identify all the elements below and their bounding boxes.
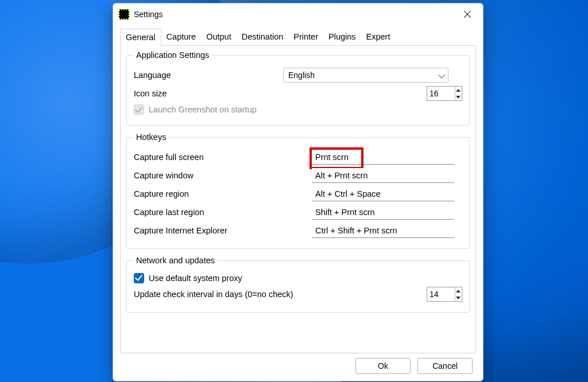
button-label: Ok [378, 361, 388, 371]
group-legend: Hotkeys [134, 132, 168, 142]
group-network-updates: Network and updates Use default system p… [126, 256, 470, 313]
dialog-footer: Ok Cancel [120, 353, 476, 375]
tab-expert[interactable]: Expert [361, 29, 396, 46]
hotkey-label: Capture full screen [134, 153, 312, 162]
group-legend: Application Settings [134, 50, 211, 60]
tab-general[interactable]: General [120, 29, 161, 46]
launch-on-startup-checkbox [134, 104, 144, 115]
chevron-down-icon [456, 96, 461, 99]
row-hotkey-fullscreen: Capture full screen [134, 150, 462, 165]
hotkey-label: Capture Internet Explorer [134, 226, 312, 235]
row-hotkey-last-region: Capture last region [134, 205, 462, 220]
chevron-down-icon [456, 297, 461, 299]
hotkey-window-input[interactable] [312, 168, 454, 183]
icon-size-input[interactable] [427, 87, 455, 100]
tab-panel-general: Application Settings Language English Ic… [120, 45, 476, 353]
spin-buttons [455, 87, 462, 100]
launch-on-startup-label: Launch Greenshot on startup [149, 105, 257, 114]
row-hotkey-ie: Capture Internet Explorer [134, 223, 462, 238]
hotkey-fullscreen-input[interactable] [312, 150, 454, 165]
titlebar: Settings [113, 3, 483, 25]
spin-down-button[interactable] [455, 294, 462, 301]
spin-down-button[interactable] [455, 93, 462, 100]
settings-window: Settings General Capture Output Destinat… [113, 3, 483, 381]
hotkey-label: Capture last region [134, 208, 312, 217]
tab-printer[interactable]: Printer [288, 29, 323, 46]
client-area: General Capture Output Destination Print… [113, 25, 483, 381]
row-hotkey-region: Capture region [134, 186, 462, 201]
tab-output[interactable]: Output [201, 29, 237, 46]
hotkey-highlight [312, 150, 454, 165]
chevron-up-icon [456, 290, 461, 293]
hotkey-label: Capture region [134, 189, 312, 198]
hotkey-region-input[interactable] [312, 186, 454, 201]
chevron-up-icon [456, 89, 461, 92]
tab-destination[interactable]: Destination [237, 29, 289, 46]
row-default-proxy: Use default system proxy [134, 273, 462, 283]
default-proxy-label: Use default system proxy [149, 274, 242, 283]
tab-label: Expert [366, 32, 390, 41]
button-label: Cancel [432, 361, 458, 371]
group-hotkeys: Hotkeys Capture full screen Capture wind… [126, 132, 470, 249]
language-value: English [288, 71, 315, 80]
language-dropdown[interactable]: English [283, 68, 448, 83]
row-launch-on-startup: Launch Greenshot on startup [134, 104, 462, 115]
tab-label: Destination [242, 32, 284, 41]
window-title: Settings [134, 10, 454, 19]
tab-capture[interactable]: Capture [161, 29, 202, 46]
row-icon-size: Icon size [134, 86, 462, 101]
hotkey-ie-input[interactable] [312, 223, 454, 238]
hotkey-label: Capture window [134, 171, 312, 180]
hotkey-last-region-input[interactable] [312, 205, 454, 220]
tab-plugins[interactable]: Plugins [323, 29, 361, 46]
tab-label: Output [206, 32, 231, 41]
group-application-settings: Application Settings Language English Ic… [126, 50, 470, 126]
tab-label: General [126, 33, 156, 42]
spin-buttons [455, 287, 462, 301]
default-proxy-checkbox[interactable] [134, 273, 144, 283]
language-label: Language [134, 71, 283, 80]
icon-size-spinner[interactable] [427, 86, 462, 101]
greenshot-icon [119, 9, 129, 20]
ok-button[interactable]: Ok [355, 358, 411, 374]
row-update-interval: Update check interval in days (0=no chec… [134, 287, 462, 302]
update-interval-input[interactable] [427, 287, 455, 301]
cancel-button[interactable]: Cancel [417, 358, 473, 374]
tabstrip: General Capture Output Destination Print… [120, 29, 476, 46]
close-icon [463, 10, 471, 18]
close-button[interactable] [454, 6, 481, 23]
spin-up-button[interactable] [455, 87, 462, 93]
update-interval-spinner[interactable] [427, 287, 462, 302]
chevron-down-icon [438, 71, 446, 78]
spin-up-button[interactable] [455, 287, 462, 294]
update-interval-label: Update check interval in days (0=no chec… [134, 290, 427, 299]
group-legend: Network and updates [134, 256, 217, 265]
row-language: Language English [134, 68, 462, 83]
row-hotkey-window: Capture window [134, 168, 462, 183]
tab-label: Plugins [328, 32, 356, 41]
tab-label: Capture [167, 32, 196, 41]
tab-label: Printer [293, 32, 318, 41]
icon-size-label: Icon size [134, 89, 427, 98]
